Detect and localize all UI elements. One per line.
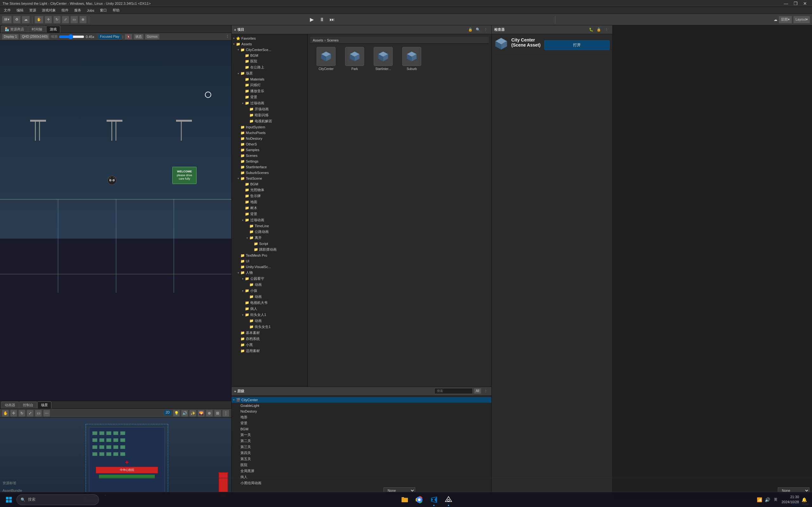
taskbar-file-manager[interactable] <box>398 493 412 507</box>
scene-move-tool[interactable]: ✛ <box>10 410 17 417</box>
menu-gameobject[interactable]: 游戏对象 <box>39 7 58 13</box>
black-item[interactable]: 📁 小黑 <box>232 342 307 348</box>
child-item[interactable]: 📁 小孩 <box>232 288 307 294</box>
hierarchy-terrain[interactable]: 地形 <box>232 414 491 420</box>
muchopixels-item[interactable]: 📁 MuchoPixels <box>232 130 307 135</box>
inspector-debug-button[interactable]: 🐛 <box>588 26 595 33</box>
rect-tool[interactable]: ▭ <box>70 16 78 23</box>
scene-scale-tool[interactable]: ⤢ <box>27 410 34 417</box>
materials-item[interactable]: 📁 Materials <box>232 76 307 82</box>
taskbar-vscode[interactable] <box>427 493 441 507</box>
startinterface-item[interactable]: 📁 StartInterface <box>232 164 307 170</box>
tree-item-folder[interactable]: 📁 树木 <box>232 205 307 211</box>
menu-help[interactable]: 帮助 <box>110 7 122 13</box>
asset-suburb[interactable]: Suburb <box>399 47 424 71</box>
patient-item[interactable]: 📁 病人 <box>232 306 307 312</box>
display-selector[interactable]: Display 1 <box>2 34 19 40</box>
streetgirl-item[interactable]: 📁 街头女生1 <box>232 324 307 330</box>
step-button[interactable]: ⏭ <box>328 15 337 24</box>
ts-bg-item[interactable]: 📁 背景 <box>232 211 307 217</box>
others-item[interactable]: 📁 OtherS <box>232 141 307 147</box>
mute-button[interactable]: 🔇 <box>125 34 132 40</box>
ground-item[interactable]: 📁 地面 <box>232 199 307 205</box>
shadow-item[interactable]: 📁 暗影闪烁 <box>232 112 307 118</box>
hospital-item[interactable]: 📁 医院 <box>232 58 307 64</box>
savesystem-item[interactable]: 📁 存档系统 <box>232 336 307 342</box>
maximize-button[interactable]: ❐ <box>791 0 800 7</box>
tab-asset-store[interactable]: 🏪 资源商店 <box>1 26 28 33</box>
move-tool[interactable]: ✛ <box>45 16 52 23</box>
project-options-button[interactable]: ⋮ <box>483 26 489 33</box>
zoom-slider[interactable] <box>59 34 84 39</box>
hierarchy-blackscreen[interactable]: 全局黑屏 <box>232 468 491 474</box>
inspector-open-button[interactable]: 打开 <box>544 40 610 50</box>
hierarchy-bgm[interactable]: BGM <box>232 426 491 432</box>
usablemats-item[interactable]: 📁 适用素材 <box>232 348 307 354</box>
layers-button[interactable]: 层图▾ <box>779 16 792 23</box>
account-button[interactable]: 林▾ <box>2 16 12 23</box>
hierarchy-goablelight[interactable]: GoableLight <box>232 403 491 408</box>
hierarchy-level5[interactable]: 第五关 <box>232 456 491 462</box>
taskbar-browser[interactable] <box>412 493 426 507</box>
scene-audio-toggle[interactable]: 🔊 <box>181 410 188 417</box>
hand-tool[interactable]: ✋ <box>35 16 44 23</box>
parkguard-anim-item[interactable]: 📁 动画 <box>232 282 307 288</box>
scenes-item[interactable]: 📁 Scenes <box>232 153 307 158</box>
hierarchy-search[interactable] <box>435 388 473 394</box>
scene-grid-toggle[interactable]: ⊞ <box>214 410 221 417</box>
unity-visual-item[interactable]: 📁 Unity.VisualSc... <box>232 264 307 270</box>
scene-extras-tool[interactable]: ⋯ <box>43 410 50 417</box>
ui-item[interactable]: 📁 UI <box>232 258 307 264</box>
streetperson-item[interactable]: 📁 街头女人1 <box>232 312 307 318</box>
refresh-button[interactable]: ♻ <box>13 16 20 23</box>
tab-scene[interactable]: 场景 <box>38 401 51 408</box>
testscene-item[interactable]: 📁 TestScene <box>232 176 307 181</box>
opening-item[interactable]: 📁 开场动画 <box>232 106 307 112</box>
menu-file[interactable]: 文件 <box>1 7 13 13</box>
tab-game[interactable]: 游戏 <box>46 26 60 33</box>
asset-citycenter[interactable]: CityCenter <box>313 47 339 71</box>
asset-park[interactable]: Park <box>342 47 367 71</box>
cloud-button[interactable]: ☁ <box>22 16 30 23</box>
hierarchy-bg[interactable]: 背景 <box>232 420 491 426</box>
nodestory-item[interactable]: 📁 NoDestory <box>232 135 307 141</box>
assets-root-item[interactable]: 📁 Assets <box>232 41 307 47</box>
scene-sky-toggle[interactable]: 🌄 <box>198 410 205 417</box>
hierarchy-all-btn[interactable]: All <box>474 388 481 394</box>
taskbar-search[interactable]: 🔍 搜索 <box>16 494 99 505</box>
inputsystem-item[interactable]: 📁 InputSystem <box>232 124 307 130</box>
road-anim-item[interactable]: 📁 公路动画 <box>232 229 307 235</box>
hierarchy-nodestory[interactable]: NoDestory <box>232 408 491 414</box>
scene-options[interactable]: ⋮ <box>222 410 229 417</box>
tab-timeline[interactable]: 时间轴 <box>28 26 46 33</box>
hierarchy-hospital[interactable]: 医院 <box>232 462 491 468</box>
lights-item[interactable]: 📁 光照物体 <box>232 187 307 193</box>
leave-item[interactable]: 📁 离开 <box>232 235 307 241</box>
project-lock-button[interactable]: 🔒 <box>467 26 473 33</box>
inspector-options[interactable]: ⋮ <box>603 26 610 33</box>
start-button[interactable] <box>3 493 15 506</box>
scene-item[interactable]: 📁 场景 <box>232 70 307 76</box>
hierarchy-level2[interactable]: 第二关 <box>232 438 491 444</box>
breadcrumb-scenes[interactable]: Scenes <box>327 38 339 42</box>
tv-item[interactable]: 📁 电视机解若 <box>232 118 307 124</box>
music-item[interactable]: 📁 播放音乐 <box>232 88 307 94</box>
child-anim-item[interactable]: 📁 动画 <box>232 294 307 300</box>
menu-window[interactable]: 窗口 <box>97 7 109 13</box>
stats-button[interactable]: 状态 <box>134 34 144 40</box>
minimize-button[interactable]: — <box>781 0 791 7</box>
timeline-item[interactable]: 📁 TimeLine <box>232 223 307 229</box>
tvguy-item[interactable]: 📁 电视机大爷 <box>232 300 307 306</box>
hierarchy-level4[interactable]: 第四关 <box>232 450 491 456</box>
language-indicator[interactable]: 英 <box>773 497 779 502</box>
notifications-icon[interactable]: 🔔 <box>802 497 807 502</box>
hierarchy-scene-root[interactable]: 🎬 CityCenter <box>232 397 491 403</box>
hierarchy-options[interactable]: ⋮ <box>483 388 489 395</box>
layout-button[interactable]: Layout▾ <box>793 16 810 23</box>
blink-item[interactable]: 📁 闪烁灯 <box>232 82 307 88</box>
scene-hand-tool[interactable]: ✋ <box>2 410 9 417</box>
menu-edit[interactable]: 编辑 <box>14 7 26 13</box>
script-item[interactable]: 📁 Script <box>232 241 307 246</box>
citycenterscene-item[interactable]: 📁 CityCenterSce... <box>232 47 307 53</box>
inspector-lock-button[interactable]: 🔒 <box>596 26 602 33</box>
